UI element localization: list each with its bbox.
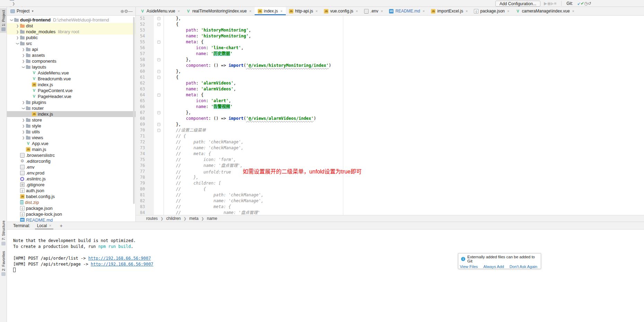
editor-breadcrumb-item[interactable]: children [166, 216, 181, 221]
tree-row[interactable]: ❯style [7, 123, 135, 129]
editor-tab[interactable]: JSvue.config.js× [321, 7, 361, 15]
tree-row[interactable]: VBreadcrumb.vue [7, 76, 135, 82]
tree-row[interactable]: .eslintrc.js [7, 176, 135, 182]
chevron-closed-icon[interactable]: ❯ [21, 48, 26, 51]
settings-gear-icon[interactable]: ⚙ [124, 9, 128, 14]
tree-row[interactable]: JSindex.js [7, 82, 135, 88]
tree-row[interactable]: .env.prod [7, 170, 135, 176]
chevron-open-icon[interactable]: ❯ [16, 41, 19, 46]
fold-marker[interactable]: − [154, 57, 164, 63]
tree-row[interactable]: ❯router [7, 105, 135, 111]
run-with-coverage-icon[interactable]: ▶ [551, 1, 554, 6]
fold-collapse-icon[interactable]: ˅ [157, 93, 160, 97]
close-tab-icon[interactable]: × [249, 9, 251, 13]
editor-tab[interactable]: {}package.json× [471, 7, 512, 15]
chevron-open-icon[interactable]: ❯ [10, 17, 14, 23]
git-update-icon[interactable]: ↙ [577, 1, 581, 6]
tree-row[interactable]: JSmain.js [7, 146, 135, 152]
editor-tab[interactable]: JSindex.js× [255, 7, 286, 15]
terminal-link[interactable]: http://192.168.66.56:9007 [91, 262, 153, 267]
chevron-closed-icon[interactable]: ❯ [21, 136, 26, 140]
fold-end-icon[interactable]: − [157, 58, 160, 61]
fold-marker[interactable]: ˅ [154, 39, 164, 45]
tree-row[interactable]: ❯plugins [7, 99, 135, 105]
editor-tab[interactable]: VcameraManage\index.vue× [512, 7, 577, 15]
chevron-closed-icon[interactable]: ❯ [21, 130, 26, 134]
tree-row[interactable]: ❯components [7, 58, 135, 64]
tree-row[interactable]: ❯views [7, 135, 135, 141]
editor-tab[interactable]: JShttp-api.js× [286, 7, 321, 15]
tree-row[interactable]: .browserslistrc [7, 152, 135, 158]
editor-breadcrumb-item[interactable]: name [207, 216, 217, 221]
fold-marker[interactable]: ˅ [154, 21, 164, 27]
tree-row[interactable]: ❯duoji-frontendD:\zheheWeb\duoji-fronten… [7, 17, 135, 23]
tree-row[interactable]: ❯store [7, 117, 135, 123]
tree-row[interactable]: ⚙.editorconfig [7, 158, 135, 164]
tree-row[interactable]: ❯api [7, 46, 135, 52]
tree-row[interactable]: VAsideMenu.vue [7, 70, 135, 76]
tree-row[interactable]: ❯utils [7, 129, 135, 135]
fold-marker[interactable]: − [154, 69, 164, 74]
fold-marker[interactable]: ˅ [154, 127, 164, 133]
code-editor[interactable]: 51− },52˅ {53 path: 'historyMonitoring',… [136, 16, 644, 215]
editor-tab[interactable]: VAsideMenu.vue× [137, 7, 183, 15]
editor-tab[interactable]: MDREADME.md× [386, 7, 428, 15]
chevron-closed-icon[interactable]: ❯ [21, 60, 26, 63]
chevron-closed-icon[interactable]: ❯ [15, 30, 20, 34]
fold-collapse-icon[interactable]: ˅ [157, 129, 160, 132]
close-tab-icon[interactable]: × [356, 9, 358, 13]
chevron-closed-icon[interactable]: ❯ [21, 124, 26, 128]
close-tab-icon[interactable]: × [178, 9, 180, 13]
tree-row[interactable]: ❯public [7, 35, 135, 41]
close-terminal-tab-icon[interactable]: × [49, 223, 51, 228]
fold-marker[interactable]: − [154, 122, 164, 127]
chevron-down-icon[interactable]: ▼ [31, 10, 34, 13]
tree-row[interactable]: MDREADME.md [7, 217, 135, 222]
notification-action-link[interactable]: View Files [460, 265, 478, 269]
notification-action-link[interactable]: Don't Ask Again [510, 265, 537, 269]
close-tab-icon[interactable]: × [572, 9, 574, 13]
tree-row[interactable]: ❯node_moduleslibrary root [7, 29, 135, 35]
chevron-closed-icon[interactable]: ❯ [21, 101, 26, 104]
editor-breadcrumb-item[interactable]: routes [146, 216, 158, 221]
close-tab-icon[interactable]: × [280, 9, 282, 13]
new-terminal-session-button[interactable]: + [60, 223, 62, 229]
stop-icon[interactable]: ■ [554, 1, 556, 6]
close-tab-icon[interactable]: × [316, 9, 318, 13]
chevron-open-icon[interactable]: ❯ [22, 64, 25, 70]
stripe-button-structure[interactable]: 7: Structure [0, 219, 7, 247]
tree-row[interactable]: {}package.json [7, 205, 135, 211]
tree-row[interactable]: ❯dist [7, 23, 135, 29]
add-configuration-button[interactable]: Add Configuration... [495, 1, 540, 7]
run-icon[interactable]: ▶ [544, 1, 547, 6]
fold-collapse-icon[interactable]: ˅ [157, 23, 160, 26]
fold-marker[interactable]: − [154, 110, 164, 116]
stripe-button-favorites[interactable]: 2: Favorites [0, 249, 7, 278]
tree-scrollbar[interactable] [133, 17, 135, 204]
tree-row[interactable]: ❯assets [7, 52, 135, 58]
project-panel-title[interactable]: Project [17, 9, 29, 14]
git-rollback-icon[interactable]: ↺ [588, 1, 591, 6]
debug-icon[interactable]: ◉ [547, 1, 550, 6]
fold-marker[interactable]: − [154, 16, 164, 21]
tree-row[interactable]: dist.zip [7, 199, 135, 205]
close-tab-icon[interactable]: × [466, 9, 468, 13]
editor-tab[interactable]: JSimportExcel.js× [428, 7, 471, 15]
fold-end-icon[interactable]: − [157, 111, 160, 114]
local-history-icon[interactable]: ◷ [584, 1, 588, 6]
fold-end-icon[interactable]: − [157, 123, 160, 126]
notification-action-link[interactable]: Always Add [483, 265, 504, 269]
chevron-closed-icon[interactable]: ❯ [15, 36, 20, 39]
fold-collapse-icon[interactable]: ˅ [157, 41, 160, 44]
tree-row[interactable]: JSindex.js [7, 111, 135, 117]
terminal-link[interactable]: http://192.168.66.56:9007 [88, 256, 151, 261]
tree-row[interactable]: VPageContent.vue [7, 88, 135, 93]
tree-row[interactable]: ⊘.gitignore [7, 182, 135, 188]
tree-row[interactable]: VPageHeader.vue [7, 93, 135, 99]
hide-panel-icon[interactable]: — [128, 9, 133, 14]
fold-end-icon[interactable]: − [157, 17, 160, 20]
tree-row[interactable]: .env [7, 164, 135, 170]
stripe-button-project[interactable]: 1: Project [0, 8, 7, 33]
locate-file-icon[interactable]: ⊕ [120, 9, 124, 14]
close-tab-icon[interactable]: × [507, 9, 509, 13]
